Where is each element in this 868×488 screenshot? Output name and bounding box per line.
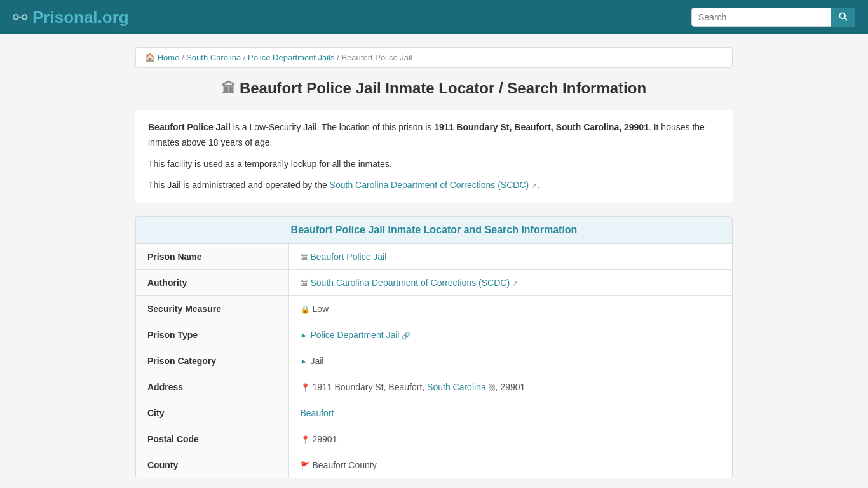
info-table: Prison Name 🏛Beaufort Police Jail Author… [136,244,732,478]
desc-line3-prefix: This Jail is administrated and operated … [148,180,330,190]
title-icon: 🏛 [222,81,236,97]
city-link[interactable]: Beaufort [301,408,334,418]
prison-icon: 🏛 [301,253,308,262]
desc-line3: This Jail is administrated and operated … [148,178,720,193]
authority-link[interactable]: South Carolina Department of Corrections… [311,278,510,288]
address-prefix: 1911 Boundary St, Beaufort, [313,382,428,392]
svg-point-0 [839,13,845,18]
desc-authority-link[interactable]: South Carolina Department of Corrections… [330,180,529,190]
desc-line2: This facility is used as a temporarily l… [148,157,720,172]
postal-icon: 📍 [301,435,310,444]
table-row: Authority 🏛South Carolina Department of … [136,270,732,296]
cell-value: 🏛Beaufort Police Jail [288,244,732,270]
description: Beaufort Police Jail is a Low-Security J… [135,110,733,203]
desc-line3-suffix: . [537,180,539,190]
cell-label: Address [136,374,288,400]
table-row: City Beaufort [136,400,732,426]
address-state-link[interactable]: South Carolina [427,382,486,392]
authority-icon: 🏛 [301,279,308,288]
logo-prisonal: Prisonal [32,8,98,27]
cell-label: Authority [136,270,288,296]
search-icon [839,12,848,21]
table-row: Prison Category ►Jail [136,348,732,374]
cell-label: Prison Type [136,322,288,348]
cell-value: 🏛South Carolina Department of Correction… [288,270,732,296]
search-input[interactable] [691,8,831,27]
postal-value: 29901 [313,434,337,444]
external-icon-desc: ↗ [531,182,537,189]
county-value: Beaufort County [313,460,377,470]
lock-icon: 🔒 [301,305,310,314]
desc-line1: Beaufort Police Jail is a Low-Security J… [148,120,720,151]
table-row: Prison Type ►Police Department Jail 🔗 [136,322,732,348]
address-suffix: , 29901 [496,382,526,392]
cell-label: Prison Category [136,348,288,374]
page-title-area: 🏛Beaufort Police Jail Inmate Locator / S… [135,79,733,97]
chain-icon: 🔗 [402,332,410,339]
logo-text: Prisonal.org [32,8,129,27]
main-wrapper: 🏠 Home / South Carolina / Police Departm… [129,47,739,478]
search-button[interactable] [831,8,855,27]
svg-line-1 [844,18,847,20]
security-value: Low [313,304,329,314]
breadcrumb: 🏠 Home / South Carolina / Police Departm… [135,47,733,68]
breadcrumb-sep2: / [243,53,248,62]
breadcrumb-home[interactable]: Home [158,53,180,62]
breadcrumb-category[interactable]: Police Department Jails [248,53,335,62]
desc-prison-name: Beaufort Police Jail [148,122,231,132]
cat-icon: ► [301,357,308,366]
cell-value: ►Jail [288,348,732,374]
cell-label: Prison Name [136,244,288,270]
table-row: Security Measure 🔒Low [136,296,732,322]
desc-address: 1911 Boundary St, Beaufort, South Caroli… [434,122,649,132]
cell-value: ►Police Department Jail 🔗 [288,322,732,348]
pin-icon: ► [301,331,308,340]
external-icon: ↗ [512,280,518,287]
cell-value: 🔒Low [288,296,732,322]
prison-category-value: Jail [310,356,323,366]
map-icon: 📍 [301,383,310,392]
cell-value: 📍29901 [288,426,732,452]
cell-value: 📍1911 Boundary St, Beaufort, South Carol… [288,374,732,400]
cell-label: Postal Code [136,426,288,452]
prison-name-link[interactable]: Beaufort Police Jail [311,252,387,262]
cell-value: 🚩Beaufort County [288,452,732,478]
page-title: 🏛Beaufort Police Jail Inmate Locator / S… [135,79,733,97]
cell-value: Beaufort [288,400,732,426]
breadcrumb-state[interactable]: South Carolina [186,53,241,62]
prison-type-link[interactable]: Police Department Jail [310,330,399,340]
desc-mid: is a Low-Security Jail. The location of … [231,122,434,132]
chain-icon-addr: ⛓ [489,384,496,391]
flag-icon: 🚩 [301,461,310,470]
table-row: County 🚩Beaufort County [136,452,732,478]
logo-area: ⚯ Prisonal.org [13,7,129,28]
table-row: Address 📍1911 Boundary St, Beaufort, Sou… [136,374,732,400]
cell-label: City [136,400,288,426]
info-table-title: Beaufort Police Jail Inmate Locator and … [136,217,732,244]
info-section: Beaufort Police Jail Inmate Locator and … [135,216,733,478]
cell-label: County [136,452,288,478]
cell-label: Security Measure [136,296,288,322]
table-row: Postal Code 📍29901 [136,426,732,452]
header: ⚯ Prisonal.org [0,0,868,34]
home-icon: 🏠 [145,53,155,62]
logo-icon: ⚯ [13,7,27,28]
search-area [691,8,855,27]
breadcrumb-current: Beaufort Police Jail [341,53,412,62]
table-row: Prison Name 🏛Beaufort Police Jail [136,244,732,270]
